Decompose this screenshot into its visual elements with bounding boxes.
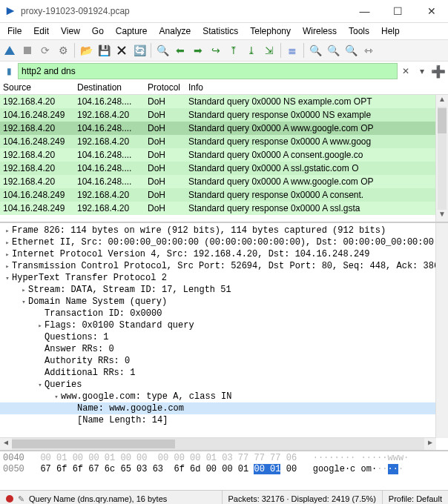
cell-info: Standard query 0x0000 NS example.com OPT [188,96,448,107]
column-header-info[interactable]: Info [188,82,448,93]
collapse-icon[interactable]: ▾ [52,393,61,401]
menu-edit[interactable]: Edit [27,24,55,38]
maximize-button[interactable]: ☐ [381,0,415,22]
close-button[interactable]: ✕ [415,0,448,22]
tree-row[interactable]: ▸Transmission Control Protocol, Src Port… [0,260,448,272]
minimize-button[interactable]: — [348,0,381,22]
zoom-in-icon[interactable]: 🔍 [307,42,323,59]
filter-bookmark-icon[interactable]: ▮ [1,64,16,78]
tree-row[interactable]: ▾Domain Name System (query) [0,296,448,308]
scroll-thumb[interactable] [438,108,447,133]
status-profile[interactable]: Profile: Default [383,491,448,504]
open-file-icon[interactable]: 📂 [78,42,94,59]
menu-telephony[interactable]: Telephony [244,24,297,38]
capture-options-icon[interactable]: ⚙ [55,42,71,59]
expand-icon[interactable]: ▸ [36,322,45,330]
go-first-icon[interactable]: ⤒ [225,42,242,59]
packet-row[interactable]: 192.168.4.20104.16.248....DoHStandard qu… [0,148,448,162]
reload-icon[interactable]: 🔄 [131,42,148,59]
packet-row[interactable]: 192.168.4.20104.16.248....DoHStandard qu… [0,95,448,108]
cell-src: 192.168.4.20 [3,96,77,107]
tree-row[interactable]: ▸Ethernet II, Src: 00:00:00_00:00:00 (00… [0,236,448,248]
stop-icon[interactable] [19,42,36,59]
resize-columns-icon[interactable]: ⇿ [360,42,377,59]
expand-icon[interactable]: ▸ [3,262,12,271]
menu-statistics[interactable]: Statistics [197,24,244,38]
details-h-scrollbar[interactable]: ◀ ▶ [0,437,436,450]
packet-row[interactable]: 104.16.248.249192.168.4.20DoHStandard qu… [0,135,448,148]
tree-row[interactable]: ▸Flags: 0x0100 Standard query [0,319,448,331]
expand-icon[interactable]: ▸ [3,227,12,235]
colorize-icon[interactable]: ≣ [284,42,300,59]
menu-go[interactable]: Go [86,24,110,38]
expert-info-icon[interactable] [6,495,13,503]
tree-row[interactable]: Questions: 1 [0,331,448,343]
expand-icon[interactable]: ▸ [19,286,28,294]
display-filter-input[interactable] [18,63,398,79]
go-last-icon[interactable]: ⤓ [243,42,260,59]
shark-fin-icon[interactable] [1,42,18,59]
collapse-icon[interactable]: ▾ [19,298,28,306]
menu-view[interactable]: View [55,24,86,38]
tree-row[interactable]: ▸Stream: DATA, Stream ID: 17, Length 51 [0,284,448,296]
expand-icon[interactable]: ▸ [3,239,12,247]
edit-icon[interactable]: ✎ [18,494,24,504]
scroll-up-icon[interactable]: ▲ [436,95,448,107]
tree-row[interactable]: [Name Length: 14] [0,414,448,426]
scroll-right-icon[interactable]: ▶ [424,438,436,450]
status-field-name: Query Name (dns.qry.name), 16 bytes [29,494,167,503]
filter-add-button[interactable]: ➕ [430,63,447,79]
tree-row[interactable]: ▾www.google.com: type A, class IN [0,391,448,402]
tree-row[interactable]: ▸Internet Protocol Version 4, Src: 192.1… [0,248,448,260]
menu-wireless[interactable]: Wireless [297,24,343,38]
go-to-packet-icon[interactable]: ↪ [208,42,224,59]
tree-row[interactable]: Transaction ID: 0x0000 [0,308,448,319]
go-back-icon[interactable]: ⬅ [172,42,188,59]
tree-row[interactable]: ▾HyperText Transfer Protocol 2 [0,272,448,284]
packet-row[interactable]: 104.16.248.249192.168.4.20DoHStandard qu… [0,202,448,215]
tree-row[interactable]: Authority RRs: 0 [0,355,448,367]
scroll-down-icon[interactable]: ▼ [436,210,448,222]
expand-icon[interactable]: ▸ [3,251,12,259]
details-v-scrollbar[interactable] [435,223,448,438]
tree-row[interactable]: Additional RRs: 1 [0,367,448,379]
packet-row[interactable]: 192.168.4.20104.16.248....DoHStandard qu… [0,175,448,188]
close-file-icon[interactable] [113,42,130,59]
zoom-reset-icon[interactable]: 🔍 [343,42,359,59]
cell-src: 192.168.4.20 [3,176,77,187]
tree-row[interactable]: Answer RRs: 0 [0,343,448,355]
scroll-thumb[interactable] [12,440,175,448]
tree-label: Answer RRs: 0 [45,344,114,354]
menu-file[interactable]: File [1,24,27,38]
packet-list-scrollbar[interactable]: ▲ ▼ [435,95,448,222]
tree-row[interactable]: ▾Queries [0,379,448,391]
tree-label: Ethernet II, Src: 00:00:00_00:00:00 (00:… [12,237,444,248]
save-icon[interactable]: 💾 [96,42,112,59]
collapse-icon[interactable]: ▾ [3,274,12,282]
column-header-destination[interactable]: Destination [77,82,148,93]
packet-row[interactable]: 192.168.4.20104.16.248....DoHStandard qu… [0,122,448,135]
tree-row[interactable]: ▸Frame 826: 114 bytes on wire (912 bits)… [0,225,448,236]
menu-help[interactable]: Help [375,24,406,38]
packet-row[interactable]: 192.168.4.20104.16.248....DoHStandard qu… [0,162,448,175]
packet-row[interactable]: 104.16.248.249192.168.4.20DoHStandard qu… [0,188,448,202]
menu-capture[interactable]: Capture [110,24,154,38]
restart-icon[interactable]: ⟳ [37,42,53,59]
menu-analyze[interactable]: Analyze [154,24,197,38]
cell-dst: 192.168.4.20 [77,190,148,200]
column-header-protocol[interactable]: Protocol [148,82,188,93]
auto-scroll-icon[interactable]: ⇲ [261,42,277,59]
packet-bytes-pane[interactable]: 0040 00 01 00 00 01 00 00 00 00 00 01 03… [0,451,448,490]
packet-row[interactable]: 104.16.248.249192.168.4.20DoHStandard qu… [0,108,448,122]
column-header-source[interactable]: Source [3,82,77,93]
filter-recent-icon[interactable]: ▾ [414,63,430,79]
scroll-left-icon[interactable]: ◀ [0,438,12,450]
go-forward-icon[interactable]: ➡ [190,42,206,59]
find-icon[interactable]: 🔍 [154,42,171,59]
menu-tools[interactable]: Tools [343,24,375,38]
filter-clear-icon[interactable]: ✕ [398,63,414,79]
collapse-icon[interactable]: ▾ [36,381,45,389]
zoom-out-icon[interactable]: 🔍 [325,42,341,59]
tree-row[interactable]: Name: www.google.com [0,402,448,414]
tree-label: Questions: 1 [45,332,108,342]
